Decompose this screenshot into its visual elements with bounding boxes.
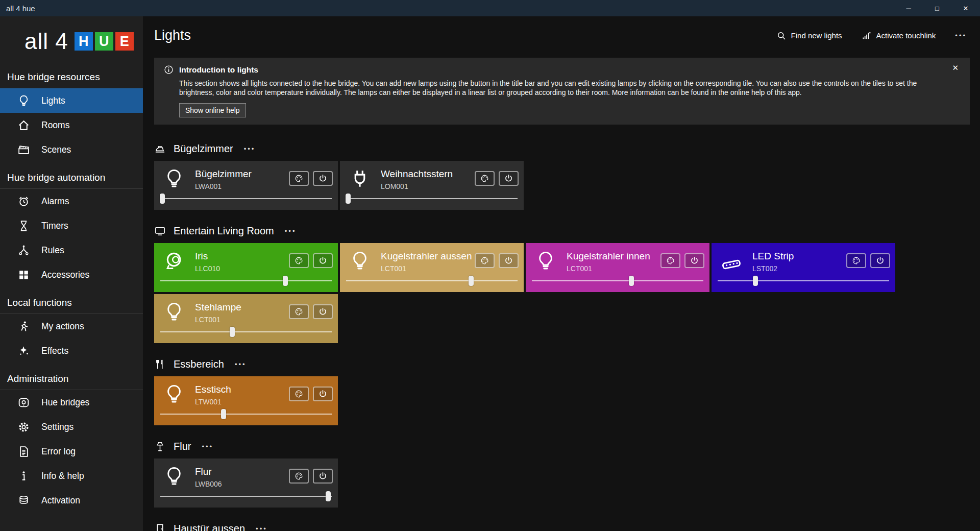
- color-button[interactable]: [475, 171, 495, 186]
- info-icon: [17, 470, 30, 482]
- light-model: LCT001: [381, 264, 406, 273]
- color-button[interactable]: [289, 469, 309, 484]
- sidebar-item-accessories[interactable]: Accessories: [0, 262, 143, 287]
- info-circle-icon: [163, 64, 174, 75]
- slider-thumb[interactable]: [346, 194, 351, 204]
- slider-thumb[interactable]: [283, 276, 288, 286]
- brightness-slider[interactable]: [160, 194, 332, 204]
- group-name: Entertain Living Room: [174, 225, 274, 237]
- show-online-help-button[interactable]: Show online help: [179, 103, 246, 117]
- tile-buttons: [289, 469, 333, 484]
- power-button[interactable]: [313, 469, 333, 484]
- light-tile-led-strip[interactable]: LED StripLST002: [712, 243, 895, 292]
- group-name: Essbereich: [174, 358, 224, 370]
- power-button[interactable]: [313, 387, 333, 401]
- find-new-lights-button[interactable]: Find new lights: [773, 30, 845, 41]
- group-more-button[interactable]: •••: [241, 143, 259, 155]
- light-tile-weihnachtsstern[interactable]: WeihnachtssternLOM001: [340, 161, 524, 210]
- color-button[interactable]: [289, 387, 309, 401]
- brightness-slider[interactable]: [718, 276, 889, 286]
- close-button[interactable]: ✕: [951, 0, 980, 16]
- sidebar-item-effects[interactable]: Effects: [0, 339, 143, 363]
- sidebar-item-lights[interactable]: Lights: [0, 88, 143, 113]
- activate-touchlink-button[interactable]: Activate touchlink: [859, 30, 939, 41]
- alarm-icon: [17, 195, 30, 208]
- sidebar-item-rooms[interactable]: Rooms: [0, 113, 143, 137]
- brightness-slider[interactable]: [346, 194, 518, 204]
- light-group-flur: Flur•••FlurLWB006: [154, 440, 970, 508]
- light-tile-esstisch[interactable]: EsstischLTW001: [154, 376, 338, 425]
- sidebar-item-label: Lights: [41, 95, 65, 106]
- main-content: Lights Find new lights Activate touchlin…: [143, 16, 980, 531]
- power-button[interactable]: [313, 171, 333, 186]
- power-button[interactable]: [499, 171, 519, 186]
- slider-thumb[interactable]: [326, 491, 331, 501]
- slider-thumb[interactable]: [753, 276, 758, 286]
- color-button[interactable]: [289, 171, 309, 186]
- power-button[interactable]: [499, 253, 519, 268]
- power-button[interactable]: [313, 304, 333, 319]
- sidebar-item-scenes[interactable]: Scenes: [0, 137, 143, 162]
- sidebar-item-settings[interactable]: Settings: [0, 415, 143, 439]
- sidebar-item-activation[interactable]: Activation: [0, 488, 143, 513]
- tiles-icon: [17, 269, 30, 281]
- strip-icon: [721, 250, 742, 272]
- sidebar-item-info-help[interactable]: Info & help: [0, 464, 143, 488]
- sidebar-section-title: Hue bridge automation: [0, 162, 143, 189]
- power-icon: [504, 174, 513, 183]
- sidebar-item-rules[interactable]: Rules: [0, 238, 143, 262]
- intro-close-button[interactable]: ✕: [949, 63, 962, 73]
- light-tile-flur[interactable]: FlurLWB006: [154, 458, 338, 508]
- sidebar-item-hue-bridges[interactable]: Hue bridges: [0, 390, 143, 415]
- sidebar-item-timers[interactable]: Timers: [0, 213, 143, 238]
- slider-thumb[interactable]: [629, 276, 634, 286]
- sidebar-item-error-log[interactable]: Error log: [0, 439, 143, 464]
- branch-icon: [17, 244, 30, 257]
- group-more-button[interactable]: •••: [199, 441, 216, 452]
- tile-buttons: [289, 171, 333, 186]
- brightness-slider[interactable]: [160, 491, 332, 501]
- brightness-slider[interactable]: [532, 276, 703, 286]
- light-name: Kugelstrahler aussen: [381, 251, 472, 262]
- slider-thumb[interactable]: [160, 194, 165, 204]
- sidebar-item-label: Timers: [41, 221, 68, 231]
- intro-title: Introduction to lights: [179, 65, 258, 75]
- brightness-slider[interactable]: [160, 327, 332, 337]
- sidebar-item-label: Alarms: [41, 196, 69, 207]
- header-actions: Find new lights Activate touchlink •••: [773, 30, 970, 41]
- color-button[interactable]: [475, 253, 495, 268]
- color-button[interactable]: [289, 253, 309, 268]
- group-more-button[interactable]: •••: [253, 523, 271, 531]
- light-tile-b-gelzimmer[interactable]: BügelzimmerLWA001: [154, 161, 338, 210]
- color-button[interactable]: [846, 253, 866, 268]
- maximize-button[interactable]: □: [923, 0, 951, 16]
- power-button[interactable]: [684, 253, 704, 268]
- light-group-b-gelzimmer: Bügelzimmer•••BügelzimmerLWA001Weihnacht…: [154, 142, 970, 210]
- light-tile-kugelstrahler-aussen[interactable]: Kugelstrahler aussenLCT001: [340, 243, 524, 292]
- light-tile-stehlampe[interactable]: StehlampeLCT001: [154, 294, 338, 343]
- intro-header: Introduction to lights: [163, 64, 943, 75]
- logo-letter-e: E: [115, 32, 134, 51]
- power-button[interactable]: [313, 253, 333, 268]
- slider-thumb[interactable]: [221, 409, 226, 419]
- light-tile-iris[interactable]: IrisLLC010: [154, 243, 338, 292]
- sidebar-item-my-actions[interactable]: My actions: [0, 314, 143, 339]
- brightness-slider[interactable]: [160, 409, 332, 419]
- palette-icon: [294, 256, 304, 266]
- group-more-button[interactable]: •••: [282, 225, 300, 237]
- brightness-slider[interactable]: [346, 276, 518, 286]
- color-button[interactable]: [289, 304, 309, 319]
- slider-thumb[interactable]: [469, 276, 474, 286]
- power-button[interactable]: [870, 253, 890, 268]
- color-button[interactable]: [660, 253, 680, 268]
- brightness-slider[interactable]: [160, 276, 332, 286]
- group-more-button[interactable]: •••: [232, 358, 250, 370]
- minimize-button[interactable]: ─: [894, 0, 923, 16]
- sidebar-item-alarms[interactable]: Alarms: [0, 189, 143, 213]
- door-icon: [154, 523, 166, 531]
- light-tile-kugelstrahler-innen[interactable]: Kugelstrahler innenLCT001: [526, 243, 709, 292]
- sidebar-item-label: Info & help: [41, 471, 84, 481]
- slider-thumb[interactable]: [230, 327, 235, 337]
- page-more-button[interactable]: •••: [952, 30, 970, 41]
- light-name: Bügelzimmer: [195, 168, 252, 180]
